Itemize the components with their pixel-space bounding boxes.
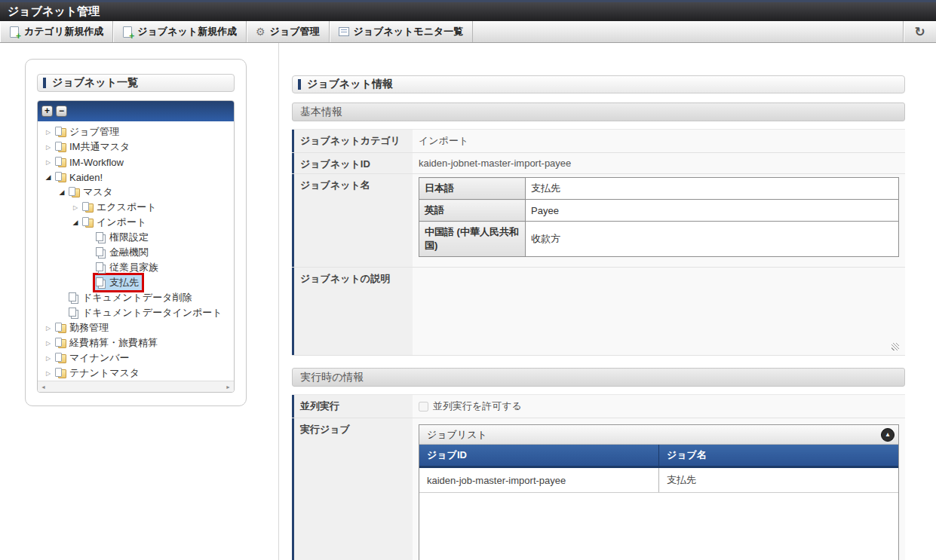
folder-icon [82, 202, 94, 213]
scroll-left-icon[interactable]: ◄ [41, 384, 46, 390]
jobnet-info-title: ジョブネット情報 [307, 78, 393, 91]
resize-grip-icon[interactable] [892, 343, 899, 350]
expand-toggle-icon[interactable]: ▷ [42, 159, 54, 166]
tree-item-label: 金融機関 [109, 246, 149, 259]
category-label: ジョブネットカテゴリ [292, 130, 413, 152]
description-textarea[interactable] [419, 272, 899, 350]
joblist-panel-header: ジョブリスト ▲ [419, 425, 898, 445]
parallel-checkbox[interactable] [419, 402, 428, 412]
joblist-title: ジョブリスト [427, 428, 487, 442]
job-id-column-header: ジョブID [419, 445, 659, 467]
tree-item-selected[interactable]: 支払先 [95, 275, 142, 290]
tree-item-content[interactable]: Kaiden! [54, 170, 106, 185]
tree-toolbar: + − [38, 101, 234, 121]
refresh-button[interactable]: ↻ [903, 21, 936, 42]
field-row-parallel: 並列実行 並列実行を許可する [292, 395, 905, 418]
tree-item-content[interactable]: 従業員家族 [95, 260, 161, 275]
expand-toggle-icon[interactable]: ▷ [42, 144, 54, 151]
tree-item[interactable]: ▷テナントマスタ [38, 366, 234, 381]
tree-item[interactable]: 金融機関 [38, 245, 234, 260]
header-accent-bar [43, 78, 46, 88]
new-jobnet-button[interactable]: ジョブネット新規作成 [113, 21, 247, 42]
tree-item-label: 支払先 [109, 276, 139, 289]
new-category-button[interactable]: カテゴリ新規作成 [0, 21, 113, 42]
expand-toggle-icon[interactable]: ▷ [42, 340, 54, 347]
tree-item-content[interactable]: インポート [81, 215, 149, 230]
tree-item[interactable]: ドキュメントデータインポート [38, 305, 234, 320]
tree-item[interactable]: ◢マスタ [38, 185, 234, 200]
basic-info-fields: ジョブネットカテゴリ インポート ジョブネットID kaiden-jobnet-… [292, 129, 905, 356]
job-management-button[interactable]: ⚙ ジョブ管理 [247, 21, 329, 42]
tree-item[interactable]: 権限設定 [38, 230, 234, 245]
tree-horizontal-scrollbar[interactable]: ◄ ► [38, 381, 234, 392]
tree-item[interactable]: ▷経費精算・旅費精算 [38, 335, 234, 350]
expand-toggle-icon[interactable]: ▷ [42, 370, 54, 377]
exec-job-value: ジョブリスト ▲ ジョブID ジョブ名 [413, 418, 905, 560]
tree-item[interactable]: ◢インポート [38, 215, 234, 230]
expand-toggle-icon[interactable]: ▷ [42, 325, 54, 332]
tree-item-content[interactable]: マイナンバー [54, 350, 133, 366]
folder-icon [82, 217, 94, 228]
tree-item[interactable]: ▷IM-Workflow [38, 155, 234, 170]
tree-item-label: 経費精算・旅費精算 [69, 336, 158, 350]
tree-item-content[interactable]: 経費精算・旅費精算 [54, 335, 161, 350]
tree-item[interactable]: 支払先 [38, 275, 234, 290]
collapse-toggle-icon[interactable]: ◢ [69, 219, 81, 226]
new-document-icon [9, 26, 20, 38]
tree-item-content[interactable]: IM-Workflow [54, 155, 127, 170]
lang-value: Payee [526, 200, 899, 222]
tree-item-label: 勤務管理 [69, 321, 109, 335]
job-id-cell: kaiden-job-master-import-payee [419, 467, 659, 493]
jobnet-tree: + − ▷ジョブ管理▷IM共通マスタ▷IM-Workflow◢Kaiden!◢マ… [37, 100, 235, 393]
lang-value: 支払先 [526, 178, 899, 200]
expand-all-button[interactable]: + [41, 106, 53, 117]
scroll-right-icon[interactable]: ► [226, 384, 231, 390]
tree-item-content[interactable]: エクスポート [81, 200, 160, 215]
tree-item-content[interactable]: 勤務管理 [54, 320, 112, 335]
runtime-info-section-bar: 実行時の情報 [292, 368, 905, 387]
jobnet-list-panel: ジョブネット一覧 + − ▷ジョブ管理▷IM共通マスタ▷IM-Workflow◢… [25, 59, 247, 406]
tree-item[interactable]: 従業員家族 [38, 260, 234, 275]
tree-item[interactable]: ▷IM共通マスタ [38, 139, 234, 155]
collapse-toggle-icon[interactable]: ◢ [56, 188, 68, 196]
field-row-exec-job: 実行ジョブ ジョブリスト ▲ ジョブID [292, 418, 905, 560]
tree-item-content[interactable]: ドキュメントデータインポート [68, 305, 226, 320]
tree-item-content[interactable]: マスタ [68, 185, 116, 200]
tree-item-content[interactable]: テナントマスタ [54, 366, 143, 381]
tree-item[interactable]: ドキュメントデータ削除 [38, 290, 234, 305]
tree-item[interactable]: ▷ジョブ管理 [38, 124, 234, 139]
table-row[interactable]: kaiden-job-master-import-payee 支払先 [419, 467, 898, 493]
field-row-category: ジョブネットカテゴリ インポート [292, 130, 905, 153]
tree-item-content[interactable]: ドキュメントデータ削除 [68, 290, 195, 305]
expand-toggle-icon[interactable]: ▷ [42, 129, 54, 136]
lang-value: 收款方 [526, 222, 899, 257]
document-icon [96, 232, 106, 243]
folder-icon [69, 187, 80, 197]
page-title: ジョブネット管理 [0, 0, 936, 21]
tree-item-content[interactable]: 金融機関 [95, 245, 152, 260]
tree-item-label: ドキュメントデータインポート [82, 306, 222, 320]
folder-icon [55, 157, 66, 167]
tree-item-content[interactable]: 権限設定 [95, 230, 152, 245]
tree-item[interactable]: ▷エクスポート [38, 200, 234, 215]
folder-icon [55, 142, 66, 152]
table-row: 英語 Payee [419, 200, 899, 222]
tree-item-label: 従業員家族 [109, 261, 158, 274]
collapse-toggle-icon[interactable]: ◢ [42, 173, 54, 181]
new-jobnet-label: ジョブネット新規作成 [137, 25, 237, 38]
jobnet-monitor-list-button[interactable]: ジョブネットモニタ一覧 [330, 21, 474, 42]
expand-toggle-icon[interactable]: ▷ [42, 355, 54, 362]
tree-item[interactable]: ▷マイナンバー [38, 350, 234, 366]
tree-item-content[interactable]: ジョブ管理 [54, 124, 122, 139]
collapse-all-button[interactable]: − [56, 106, 67, 117]
tree-item-label: 権限設定 [109, 231, 149, 244]
tree-item-content[interactable]: IM共通マスタ [54, 139, 133, 155]
tree-item[interactable]: ◢Kaiden! [38, 170, 234, 185]
jobnet-id-label: ジョブネットID [292, 153, 413, 173]
tree-item-label: インポート [97, 216, 146, 229]
collapse-panel-button[interactable]: ▲ [881, 428, 895, 442]
tree-item[interactable]: ▷勤務管理 [38, 320, 234, 335]
job-management-label: ジョブ管理 [270, 25, 320, 38]
expand-toggle-icon[interactable]: ▷ [69, 204, 81, 211]
jobnet-list-title: ジョブネット一覧 [52, 76, 138, 90]
